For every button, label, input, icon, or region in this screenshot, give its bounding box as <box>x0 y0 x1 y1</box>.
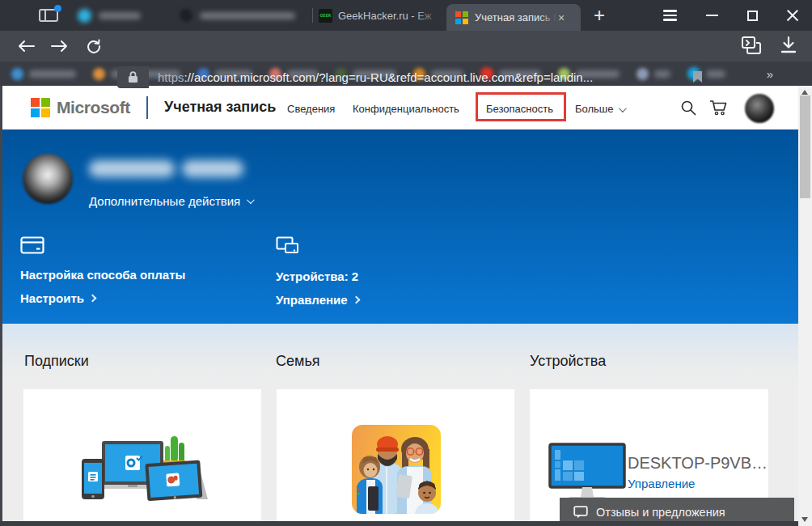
account-avatar[interactable] <box>745 94 774 123</box>
profile-name-blurred <box>89 160 175 177</box>
profile-avatar-blurred[interactable] <box>23 154 73 204</box>
panel-split <box>44 9 46 22</box>
close-icon <box>786 9 799 22</box>
refresh-button[interactable] <box>84 36 104 56</box>
site-security-badge[interactable] <box>117 66 149 88</box>
annotation-security-highlight <box>476 92 566 121</box>
scroll-down-arrow-icon[interactable] <box>801 517 808 522</box>
profile-name-blurred <box>182 160 243 177</box>
maximize-button[interactable] <box>736 0 768 31</box>
bookmarks-overflow-chevron[interactable]: » <box>767 62 773 86</box>
scroll-up-arrow-icon[interactable] <box>801 90 808 95</box>
payment-setup-link[interactable]: Настроить <box>20 291 185 305</box>
tab-separator <box>312 8 313 23</box>
url-path: ://account.microsoft.com/?lang=ru-RU&ref… <box>184 70 594 84</box>
chevron-right-icon <box>352 296 360 304</box>
more-actions-link[interactable]: Дополнительные действия <box>89 194 252 208</box>
back-button[interactable] <box>16 36 36 56</box>
nav-more-label: Больше <box>575 103 614 115</box>
lock-icon <box>128 71 138 83</box>
feedback-bubble-icon <box>573 506 588 519</box>
download-icon <box>780 36 797 55</box>
microsoft-wordmark[interactable]: Microsoft <box>57 98 130 117</box>
minimize-button[interactable] <box>696 0 728 31</box>
page-title: Учетная запись <box>164 99 276 116</box>
minimize-icon <box>706 15 718 16</box>
page-scrollbar[interactable] <box>798 86 812 526</box>
devices-link-label: Управление <box>276 293 348 307</box>
microsoft-logo-icon[interactable] <box>31 98 50 117</box>
cards-section: Подписки Семья Устройства <box>2 324 798 526</box>
chevron-down-icon <box>247 196 255 204</box>
sidebar-toggle-icon[interactable] <box>39 7 60 23</box>
window-left-edge <box>0 86 2 526</box>
payment-title: Настройка способа оплаты <box>20 268 185 282</box>
tab-title: GeekHacker.ru - Еж <box>338 10 440 22</box>
chevron-down-icon <box>618 104 626 112</box>
payment-setup-block: Настройка способа оплаты Настроить <box>20 236 185 305</box>
subscriptions-illustration <box>75 430 213 507</box>
tab-active-microsoft-account[interactable]: Учетная запись М × <box>446 4 581 31</box>
more-actions-label: Дополнительные действия <box>89 194 240 208</box>
devices-block: Устройства: 2 Управление <box>276 236 359 307</box>
tab-blurred-2[interactable] <box>180 0 295 31</box>
family-card[interactable] <box>277 389 514 526</box>
device-name: DESKTOP-P9VB… <box>628 454 768 473</box>
family-illustration <box>352 425 441 514</box>
payment-card-icon <box>20 236 44 254</box>
collections-button[interactable] <box>741 36 762 58</box>
page-viewport: Microsoft Учетная запись Сведения Конфид… <box>0 86 812 526</box>
search-button[interactable] <box>680 100 696 119</box>
site-header: Microsoft Учетная запись Сведения Конфид… <box>2 86 798 129</box>
subscriptions-card[interactable] <box>23 389 261 526</box>
tab-geekhacker[interactable]: GEEK GeekHacker.ru - Еж <box>319 0 445 31</box>
devices-icon <box>276 236 302 256</box>
header-divider <box>146 96 148 119</box>
downloads-button[interactable] <box>780 36 797 58</box>
bookmark-flag-icon[interactable] <box>692 70 703 87</box>
close-window-button[interactable] <box>776 0 809 31</box>
hero-banner: Дополнительные действия Настройка способ… <box>2 129 798 324</box>
notification-dot <box>54 5 61 12</box>
cart-button[interactable] <box>709 100 729 119</box>
bottom-window-edge <box>0 521 798 526</box>
payment-link-label: Настроить <box>20 291 84 305</box>
feedback-toast-label: Отзывы и предложения <box>596 506 725 519</box>
tab-title-blurred <box>99 12 141 19</box>
devices-manage-link[interactable]: Управление <box>276 293 359 307</box>
device-monitor-illustration <box>548 443 629 504</box>
new-tab-button[interactable]: + <box>587 3 611 28</box>
forward-button[interactable] <box>50 36 70 56</box>
url-text: https://account.microsoft.com/?lang=ru-R… <box>158 70 675 84</box>
tab-title: Учетная запись М <box>475 11 556 23</box>
tab-favicon <box>78 9 91 23</box>
url-scheme: https <box>158 70 184 84</box>
tab-close-icon[interactable]: × <box>558 12 565 23</box>
browser-window: GEEK GeekHacker.ru - Еж Учетная запись М… <box>0 0 812 526</box>
section-title-family: Семья <box>276 353 320 370</box>
tab-favicon <box>180 9 192 22</box>
search-icon <box>680 100 696 116</box>
bookmark-item-blurred[interactable] <box>11 68 76 80</box>
collections-icon <box>741 36 762 55</box>
nav-item-more[interactable]: Больше <box>575 103 624 115</box>
nav-item-overview[interactable]: Сведения <box>287 103 335 115</box>
hamburger-icon <box>663 10 677 20</box>
refresh-icon <box>87 39 101 53</box>
forward-arrow-icon <box>51 40 69 53</box>
tab-title-blurred <box>200 12 295 19</box>
device-manage-link[interactable]: Управление <box>628 477 695 490</box>
chevron-right-icon <box>89 295 97 303</box>
back-arrow-icon <box>17 40 35 53</box>
nav-item-privacy[interactable]: Конфиденциальность <box>353 103 459 115</box>
devices-title: Устройства: 2 <box>276 269 359 283</box>
scrollbar-thumb[interactable] <box>800 95 810 198</box>
section-title-devices: Устройства <box>530 353 606 370</box>
geekhacker-favicon: GEEK <box>319 9 332 23</box>
section-title-subscriptions: Подписки <box>24 353 89 370</box>
address-toolbar: https://account.microsoft.com/?lang=ru-R… <box>0 31 812 62</box>
tab-blurred-1[interactable] <box>78 0 141 31</box>
tab-bar: GEEK GeekHacker.ru - Еж Учетная запись М… <box>0 0 812 31</box>
menu-button[interactable] <box>653 0 686 31</box>
maximize-icon <box>747 11 758 21</box>
